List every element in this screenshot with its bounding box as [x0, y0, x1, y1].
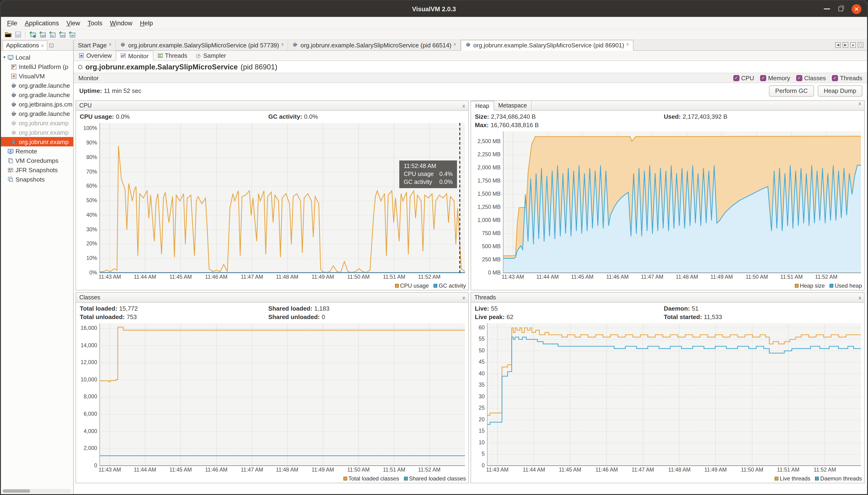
sidebar-item-org-jobrunr-examp[interactable]: org.jobrunr.examp — [1, 127, 73, 137]
legend-swatch-icon — [795, 284, 798, 288]
menu-applications[interactable]: Applications — [22, 18, 63, 28]
legend-swatch-icon — [404, 477, 407, 480]
threads-panel-header[interactable]: Threads x — [471, 293, 864, 303]
toggle-threads[interactable]: ✓Threads — [832, 74, 862, 81]
classes-panel-header[interactable]: Classes x — [76, 293, 468, 303]
tab-next-icon[interactable]: ▶ — [843, 42, 848, 48]
cpu-x-axis: 11:43 AM11:44 AM11:45 AM11:46 AM11:47 AM… — [100, 274, 465, 281]
sidebar-item-org-gradle-launche[interactable]: org.gradle.launche — [1, 81, 73, 90]
cpu-panel-header[interactable]: CPU x — [76, 101, 468, 111]
checkbox-checked-icon[interactable]: ✓ — [832, 75, 838, 81]
tab-monitor[interactable]: Monitor — [116, 51, 153, 61]
heap-legend: Heap sizeUsed heap — [471, 281, 864, 290]
close-panel-icon[interactable]: x — [463, 295, 465, 300]
sidebar-item-org-jetbrains-jps-cm[interactable]: org.jetbrains.jps.cm — [1, 100, 73, 109]
x-axis-label: 11:46 AM — [202, 274, 231, 280]
maximize-icon[interactable] — [838, 6, 843, 11]
close-tab-icon[interactable]: x — [627, 41, 629, 47]
sidebar-item-org-jobrunr-examp[interactable]: org.jobrunr.examp — [1, 137, 73, 147]
toggle-classes[interactable]: ✓Classes — [796, 74, 826, 81]
document-tab[interactable]: org.jobrunr.example.SalarySlipMicroServi… — [288, 40, 461, 50]
tab-nav: ◀▶▼▢ — [835, 40, 867, 50]
tab-overview[interactable]: iOverview — [75, 51, 116, 61]
heap-chart[interactable] — [503, 131, 861, 273]
heap-tab[interactable]: Heap — [471, 101, 494, 111]
add-snapshot-icon[interactable] — [68, 31, 75, 38]
java-icon — [10, 110, 17, 117]
threads-chart[interactable] — [487, 323, 861, 466]
sidebar-item-vm-coredumps[interactable]: VM Coredumps — [1, 156, 73, 165]
close-panel-icon[interactable]: x — [858, 295, 861, 300]
legend-item: Total loaded classes — [343, 475, 399, 482]
add-jmx-connection-icon[interactable]: JMX — [38, 31, 46, 38]
document-tab[interactable]: org.jobrunr.example.SalarySlipMicroServi… — [461, 40, 633, 51]
metaspace-tab[interactable]: Metaspace — [494, 101, 532, 110]
classes-panel: Classes x Total loaded:15,772 Shared loa… — [75, 292, 469, 483]
menu-window[interactable]: Window — [106, 18, 136, 28]
classes-chart[interactable] — [100, 323, 465, 466]
sidebar-item-org-jobrunr-examp[interactable]: org.jobrunr.examp — [1, 118, 73, 127]
toggle-memory[interactable]: ✓Memory — [760, 74, 790, 81]
sidebar-item-org-gradle-launche[interactable]: org.gradle.launche — [1, 109, 73, 118]
scrollbar-thumb[interactable] — [3, 489, 30, 493]
menu-view[interactable]: View — [63, 18, 83, 28]
save-snapshot-icon[interactable] — [14, 31, 22, 38]
x-axis-label: 11:46 AM — [202, 467, 231, 473]
toggle-cpu[interactable]: ✓CPU — [733, 74, 754, 81]
menu-tools[interactable]: Tools — [84, 18, 106, 28]
close-icon[interactable]: ✕ — [852, 4, 862, 14]
y-axis-label: 750 MB — [482, 231, 501, 236]
tab-sampler[interactable]: Sampler — [192, 51, 230, 61]
y-axis-label: 60% — [86, 183, 97, 189]
tab-threads[interactable]: Threads — [153, 51, 191, 61]
applications-tab[interactable]: Applications x — [2, 40, 47, 50]
uptime-label: Uptime: — [79, 87, 102, 94]
cpu-chart[interactable]: 11:52:48 AM CPU usage0.4% GC activity0.0… — [100, 123, 465, 273]
sidebar-item-jfr-snapshots[interactable]: 01JFR Snapshots — [1, 165, 73, 174]
tab-prev-icon[interactable]: ◀ — [835, 42, 841, 48]
visualvm-window: VisualVM 2.0.3 ✕ FileApplicationsViewToo… — [0, 0, 868, 495]
titlebar[interactable]: VisualVM 2.0.3 ✕ — [1, 1, 867, 17]
close-panel-icon[interactable]: x — [463, 103, 465, 108]
close-panel-icon[interactable]: x — [858, 101, 861, 110]
close-tab-icon[interactable]: x — [109, 41, 111, 46]
add-vm-coredump-icon[interactable]: 01 — [48, 31, 56, 38]
maximize-view-icon[interactable]: ▢ — [858, 42, 863, 48]
y-axis-label: 30 — [479, 394, 485, 399]
sidebar-item-intellij-platform-p[interactable]: IntelliJ Platform (p — [1, 62, 73, 71]
checkbox-checked-icon[interactable]: ✓ — [733, 75, 739, 81]
heap-dump-button[interactable]: Heap Dump — [818, 85, 862, 97]
document-tab[interactable]: Start Pagex — [74, 40, 116, 50]
sidebar-item-remote[interactable]: Remote — [1, 147, 73, 156]
open-snapshot-icon[interactable] — [4, 31, 12, 38]
checkbox-checked-icon[interactable]: ✓ — [796, 75, 802, 81]
add-remote-host-icon[interactable] — [29, 31, 36, 38]
sidebar-horizontal-scrollbar[interactable] — [2, 489, 71, 493]
stat-shared-unloaded: Shared unloaded:0 — [268, 313, 465, 321]
close-tab-icon[interactable]: x — [281, 41, 284, 46]
sidebar-item-visualvm[interactable]: VisualVM — [1, 71, 73, 81]
threads-panel: Threads x Live:55 Daemon:51 Live peak:62… — [471, 292, 865, 483]
document-tab[interactable]: org.jobrunr.example.SalarySlipMicroServi… — [116, 40, 288, 50]
x-axis-label: 11:46 AM — [603, 274, 632, 280]
menu-help[interactable]: Help — [137, 18, 156, 28]
tab-list-icon[interactable]: ▼ — [850, 42, 856, 48]
sidebar-item-snapshots[interactable]: Snapshots — [1, 174, 73, 184]
add-jfr-snapshot-icon[interactable]: JFR — [58, 31, 66, 38]
close-sidebar-icon[interactable]: x — [41, 43, 44, 48]
minimize-icon[interactable] — [824, 8, 830, 10]
close-tab-icon[interactable]: x — [454, 41, 456, 46]
x-axis-label: 11:47 AM — [238, 467, 266, 473]
applications-tab-label: Applications — [6, 42, 39, 49]
perform-gc-button[interactable]: Perform GC — [769, 85, 814, 97]
stat-daemon-threads: Daemon:51 — [664, 305, 861, 312]
menu-file[interactable]: File — [4, 18, 21, 28]
sidebar-item-local[interactable]: ▾Local — [1, 53, 73, 62]
checkbox-checked-icon[interactable]: ✓ — [760, 75, 766, 81]
minimize-group-icon[interactable] — [49, 44, 53, 47]
heap-y-axis: 0 MB250 MB500 MB750 MB1,000 MB1,250 MB1,… — [472, 131, 503, 273]
java-icon — [465, 42, 471, 49]
legend-item: Shared loaded classes — [404, 475, 466, 482]
sidebar-item-org-gradle-launche[interactable]: org.gradle.launche — [1, 90, 73, 100]
sampler-icon — [196, 53, 202, 58]
